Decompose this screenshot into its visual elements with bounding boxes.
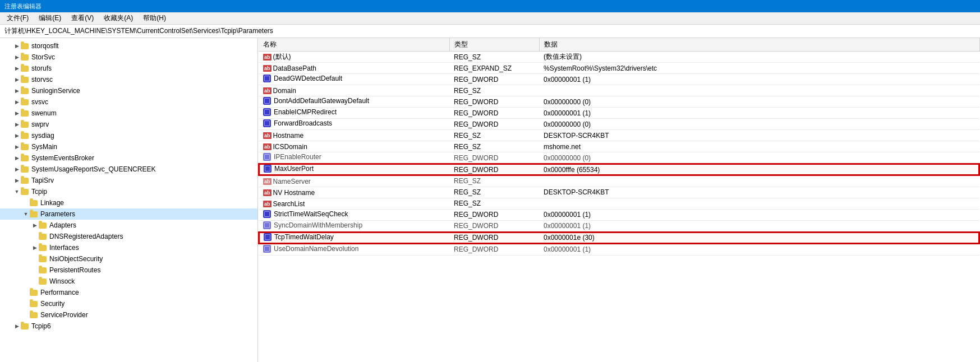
tree-arrow-collapsed[interactable]: ▶	[31, 222, 38, 229]
menu-edit[interactable]: 编辑(E)	[34, 12, 66, 24]
table-row[interactable]: abICSDomainREG_SZmshome.net	[259, 141, 979, 152]
icon-ab: ab	[263, 87, 272, 94]
table-row[interactable]: abDataBasePathREG_EXPAND_SZ%SystemRoot%\…	[259, 63, 979, 74]
table-row[interactable]: TcpTimedWaitDelayREG_DWORD0x0000001e (30…	[259, 232, 979, 244]
row-name: ab(默认)	[259, 52, 449, 63]
tree-item[interactable]: ▼Tcpip	[0, 186, 257, 197]
tree-arrow-collapsed[interactable]: ▶	[13, 121, 20, 128]
folder-icon	[20, 131, 29, 140]
tree-item-label: sysdiag	[31, 132, 54, 140]
icon-dword	[263, 108, 271, 116]
table-row[interactable]: UseDomainNameDevolutionREG_DWORD0x000000…	[259, 244, 979, 256]
table-row[interactable]: abNV HostnameREG_SZDESKTOP-SCR4KBT	[259, 187, 979, 198]
tree-item[interactable]: ▶SunloginService	[0, 85, 257, 96]
tree-item[interactable]: Winsock	[0, 276, 257, 287]
tree-item[interactable]: ▶swprv	[0, 119, 257, 130]
tree-item[interactable]: ▶storufs	[0, 63, 257, 74]
folder-icon	[20, 120, 29, 129]
tree-item-label: Security	[40, 300, 65, 308]
tree-item-label: Adapters	[49, 221, 76, 229]
tree-arrow-expanded[interactable]: ▼	[13, 188, 20, 195]
row-type: REG_DWORD	[449, 232, 539, 244]
row-data: 0x00000001 (1)	[539, 244, 979, 256]
tree-arrow-collapsed[interactable]: ▶	[31, 244, 38, 251]
table-row[interactable]: EnableICMPRedirectREG_DWORD0x00000001 (1…	[259, 108, 979, 119]
tree-item-label: NsiObjectSecurity	[49, 255, 103, 263]
folder-icon	[29, 310, 38, 319]
tree-arrow-collapsed[interactable]: ▶	[13, 132, 20, 139]
table-row[interactable]: StrictTimeWaitSeqCheckREG_DWORD0x0000000…	[259, 209, 979, 220]
tree-item[interactable]: ▶storvsc	[0, 74, 257, 85]
menu-file[interactable]: 文件(F)	[2, 12, 33, 24]
tree-arrow-collapsed[interactable]: ▶	[13, 323, 20, 329]
folder-icon	[20, 187, 29, 196]
tree-item[interactable]: ▶Tcpip6	[0, 321, 257, 332]
menu-help[interactable]: 帮助(H)	[139, 12, 171, 24]
tree-arrow-collapsed[interactable]: ▶	[13, 177, 20, 184]
row-type: REG_DWORD	[449, 119, 539, 130]
tree-item[interactable]: ▶StorSvc	[0, 52, 257, 63]
folder-icon	[29, 299, 38, 308]
tree-item-label: SystemEventsBroker	[31, 154, 94, 162]
menu-favorites[interactable]: 收藏夹(A)	[99, 12, 137, 24]
tree-item[interactable]: NsiObjectSecurity	[0, 253, 257, 264]
folder-icon	[38, 221, 47, 230]
icon-dword	[263, 97, 271, 105]
tree-arrow-collapsed[interactable]: ▶	[13, 54, 20, 61]
tree-arrow-collapsed[interactable]: ▶	[13, 76, 20, 83]
row-name: MaxUserPort	[259, 164, 449, 175]
tree-item-label: SunloginService	[31, 87, 80, 95]
tree-item[interactable]: ▶Adapters	[0, 220, 257, 231]
tree-item[interactable]: ▶sysdiag	[0, 130, 257, 141]
tree-arrow-collapsed[interactable]: ▶	[13, 87, 20, 94]
tree-item-label: SysMain	[31, 143, 57, 151]
tree-arrow-collapsed[interactable]: ▶	[13, 65, 20, 72]
tree-item-label: Interfaces	[49, 244, 79, 252]
icon-dword	[263, 75, 271, 82]
tree-item[interactable]: ▶swenum	[0, 108, 257, 119]
icon-ab: ab	[263, 178, 272, 185]
tree-item[interactable]: ▶SystemEventsBroker	[0, 152, 257, 164]
row-data	[539, 85, 979, 96]
tree-arrow-expanded[interactable]: ▼	[22, 211, 29, 217]
table-row[interactable]: abHostnameREG_SZDESKTOP-SCR4KBT	[259, 130, 979, 141]
tree-item[interactable]: ▶TapiSrv	[0, 175, 257, 186]
table-row[interactable]: abNameServerREG_SZ	[259, 175, 979, 187]
folder-icon	[20, 75, 29, 84]
table-row[interactable]: DeadGWDetectDefaultREG_DWORD0x00000001 (…	[259, 74, 979, 85]
tree-arrow-collapsed[interactable]: ▶	[13, 143, 20, 150]
tree-item[interactable]: DNSRegisteredAdapters	[0, 231, 257, 242]
tree-arrow-collapsed[interactable]: ▶	[13, 43, 20, 49]
tree-item[interactable]: ▶svsvc	[0, 96, 257, 108]
table-row[interactable]: abDomainREG_SZ	[259, 85, 979, 96]
tree-arrow-collapsed[interactable]: ▶	[13, 166, 20, 173]
tree-arrow-collapsed[interactable]: ▶	[13, 99, 20, 105]
tree-item[interactable]: Security	[0, 298, 257, 309]
tree-item[interactable]: Linkage	[0, 197, 257, 208]
tree-arrow-collapsed[interactable]: ▶	[13, 155, 20, 161]
tree-item[interactable]: ▶storqosflt	[0, 40, 257, 52]
menu-view[interactable]: 查看(V)	[67, 12, 98, 24]
tree-item[interactable]: ▶SysMain	[0, 141, 257, 152]
tree-item[interactable]: Performance	[0, 287, 257, 298]
row-data: 0x00000001 (1)	[539, 74, 979, 85]
folder-icon	[20, 322, 29, 331]
breadcrumb: 计算机\HKEY_LOCAL_MACHINE\SYSTEM\CurrentCon…	[0, 25, 980, 38]
tree-item[interactable]: ▶SystemUsageReportSvc_QUEENCREEK	[0, 164, 257, 175]
folder-icon	[38, 243, 47, 252]
tree-item-label: Linkage	[40, 199, 64, 207]
tree-item[interactable]: PersistentRoutes	[0, 264, 257, 276]
table-row[interactable]: abSearchListREG_SZ	[259, 198, 979, 209]
table-row[interactable]: IPEnableRouterREG_DWORD0x00000000 (0)	[259, 152, 979, 164]
table-row[interactable]: SyncDomainWithMembershipREG_DWORD0x00000…	[259, 220, 979, 232]
table-row[interactable]: ab(默认)REG_SZ(数值未设置)	[259, 52, 979, 63]
table-row[interactable]: DontAddDefaultGatewayDefaultREG_DWORD0x0…	[259, 96, 979, 108]
registry-table-scroll[interactable]: 名称 类型 数据 ab(默认)REG_SZ(数值未设置)abDataBasePa…	[258, 38, 980, 362]
tree-arrow-collapsed[interactable]: ▶	[13, 110, 20, 117]
tree-item-label: TapiSrv	[31, 177, 54, 184]
tree-item[interactable]: ServiceProvider	[0, 309, 257, 321]
table-row[interactable]: ForwardBroadcastsREG_DWORD0x00000000 (0)	[259, 119, 979, 130]
tree-item[interactable]: ▶Interfaces	[0, 242, 257, 253]
tree-item[interactable]: ▼Parameters	[0, 208, 257, 220]
table-row[interactable]: MaxUserPortREG_DWORD0x0000fffe (65534)	[259, 164, 979, 175]
